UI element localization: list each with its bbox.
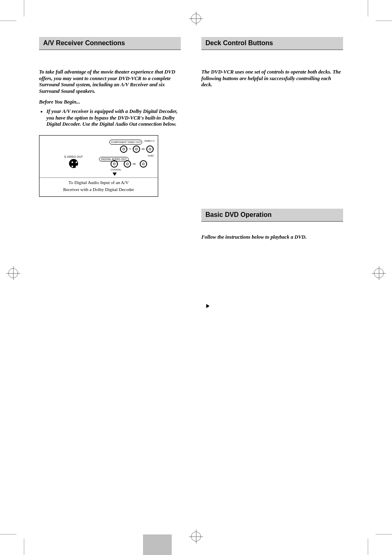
audio-cut-label: AUDI — [148, 154, 154, 157]
y-label: Y — [129, 148, 131, 150]
bullet-list: If your A/V receiver is equipped with a … — [39, 108, 181, 128]
connector-panel: COMPONENT VIDEO OUT VIDEO O Y PB DIGITAL… — [99, 139, 154, 172]
registration-target-top — [191, 14, 201, 23]
coaxial-label: COAXIAL — [111, 168, 121, 171]
rca-pr-icon — [124, 160, 131, 168]
registration-target-left — [8, 268, 18, 278]
rear-panel-illustration: S-VIDEO OUT COMPONENT VIDEO OUT VIDEO O … — [43, 139, 154, 176]
section-header-deck-control: Deck Control Buttons — [201, 37, 343, 50]
deck-intro-text: The DVD-VCR uses one set of controls to … — [201, 69, 343, 88]
section-header-basic-dvd: Basic DVD Operation — [201, 209, 343, 222]
svideo-jack-icon — [69, 159, 78, 168]
left-column: A/V Receiver Connections To take full ad… — [39, 37, 181, 197]
right-column-lower: Basic DVD Operation Follow the instructi… — [201, 209, 343, 310]
svideo-label: S-VIDEO OUT — [64, 155, 83, 158]
video-out-cut: VIDEO O — [144, 140, 154, 142]
connection-diagram: S-VIDEO OUT COMPONENT VIDEO OUT VIDEO O … — [39, 135, 158, 197]
registration-target-bottom — [191, 532, 201, 541]
pr-label: PR — [133, 163, 136, 165]
dvd-intro-text: Follow the instructions below to playbac… — [201, 234, 343, 241]
arrow-down-icon — [113, 173, 117, 176]
rca-y-icon — [120, 145, 127, 153]
before-you-begin: Before You Begin... — [39, 99, 181, 106]
rca-video-icon — [146, 145, 154, 153]
coax-jack-icon — [111, 160, 118, 168]
rca-audio-icon — [140, 160, 147, 168]
page-content: A/V Receiver Connections To take full ad… — [39, 37, 353, 518]
gray-side-tab — [143, 534, 172, 555]
dolby-bullet: If your A/V receiver is equipped with a … — [46, 108, 181, 128]
diagram-caption-1: To Digital Audio Input of an A/V — [43, 180, 154, 186]
right-column-upper: Deck Control Buttons The DVD-VCR uses on… — [201, 37, 343, 88]
diagram-caption-2: Receiver with a Dolby Digital Decoder — [43, 187, 154, 193]
av-intro-text: To take full advantage of the movie thea… — [39, 69, 181, 95]
component-label: COMPONENT VIDEO OUT — [111, 141, 141, 143]
section-header-av-receiver: A/V Receiver Connections — [39, 37, 181, 50]
pb-label: PB — [142, 148, 145, 150]
play-icon — [206, 302, 343, 310]
registration-target-right — [374, 268, 384, 278]
rca-pb-icon — [133, 145, 140, 153]
